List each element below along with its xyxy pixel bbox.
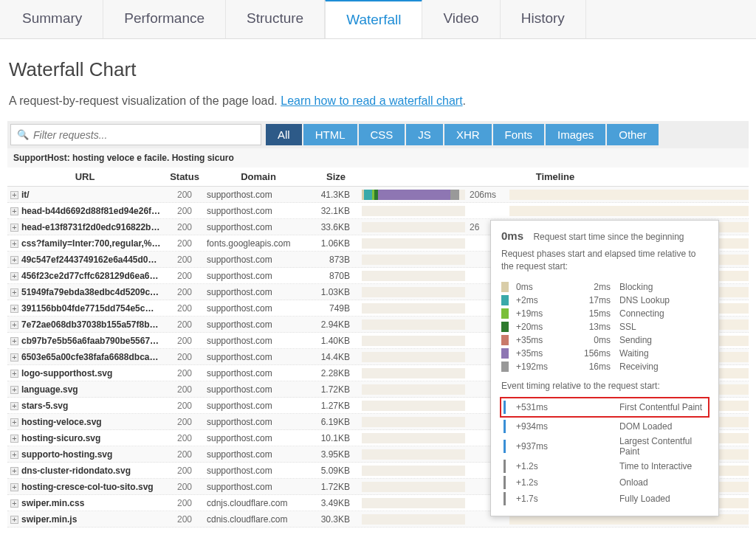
cell-bar — [362, 222, 465, 232]
col-url[interactable]: URL — [7, 171, 162, 182]
cell-bar — [362, 336, 465, 346]
subtitle-text: A request-by-request visualization of th… — [9, 94, 281, 107]
cell-bar — [362, 238, 465, 249]
expand-icon[interactable]: + — [10, 305, 18, 313]
chip-fonts[interactable]: Fonts — [493, 124, 545, 145]
chip-xhr[interactable]: XHR — [444, 124, 492, 145]
expand-icon[interactable]: + — [10, 256, 18, 264]
chip-html[interactable]: HTML — [303, 124, 357, 145]
phase-label: Connecting — [619, 308, 708, 319]
expand-icon[interactable]: + — [10, 321, 18, 329]
cell-bar — [362, 433, 465, 443]
cell-size: 14.4KB — [310, 352, 362, 362]
event-row: +934msDOM Loaded — [501, 418, 708, 435]
expand-icon[interactable]: + — [10, 483, 18, 491]
expand-icon[interactable]: + — [10, 191, 18, 199]
cell-domain: supporthost.com — [207, 287, 310, 297]
tab-video[interactable]: Video — [422, 0, 500, 38]
cell-domain: supporthost.com — [207, 401, 310, 411]
expand-icon[interactable]: + — [10, 272, 18, 280]
col-domain[interactable]: Domain — [207, 171, 310, 182]
chip-js[interactable]: JS — [406, 124, 443, 145]
cell-status: 200 — [162, 433, 207, 443]
expand-icon[interactable]: + — [10, 467, 18, 475]
event-label: Onload — [619, 477, 708, 488]
cell-status: 200 — [162, 514, 207, 525]
col-size[interactable]: Size — [310, 171, 362, 182]
cell-url: +supporto-hosting.svg — [7, 449, 162, 460]
chip-images[interactable]: Images — [546, 124, 605, 145]
table-row[interactable]: +it/200supporthost.com41.3KB206ms — [7, 187, 749, 203]
col-status[interactable]: Status — [162, 171, 207, 182]
popup-header: 0ms Request start time since the beginni… — [501, 229, 708, 242]
expand-icon[interactable]: + — [10, 418, 18, 426]
cell-url: +head-e13f8731f2d0edc916822b… — [7, 222, 162, 232]
search-icon: 🔍 — [17, 129, 29, 140]
event-marker — [504, 440, 506, 453]
cell-size: 873B — [310, 255, 362, 265]
event-marker — [504, 476, 506, 489]
cell-size: 10.1KB — [310, 433, 362, 443]
cell-status: 200 — [162, 466, 207, 476]
phase-swatch — [501, 335, 509, 345]
event-row: +1.2sTime to Interactive — [501, 458, 708, 474]
expand-icon[interactable]: + — [10, 337, 18, 345]
cell-status: 200 — [162, 303, 207, 314]
tab-waterfall[interactable]: Waterfall — [325, 0, 422, 38]
expand-icon[interactable]: + — [10, 499, 18, 508]
cell-status: 200 — [162, 498, 207, 508]
col-timeline[interactable]: Timeline — [362, 171, 749, 182]
cell-domain: supporthost.com — [207, 190, 310, 200]
cell-status: 200 — [162, 352, 207, 362]
cell-status: 200 — [162, 287, 207, 297]
phase-start: +2ms — [516, 295, 575, 305]
expand-icon[interactable]: + — [10, 207, 18, 215]
chip-all[interactable]: All — [266, 124, 302, 145]
expand-icon[interactable]: + — [10, 451, 18, 459]
expand-icon[interactable]: + — [10, 435, 18, 443]
phase-row: +192ms16msReceiving — [501, 360, 708, 373]
page-title-row: SupportHost: hosting veloce e facile. Ho… — [7, 148, 749, 167]
phase-swatch — [501, 282, 509, 292]
cell-bar — [362, 514, 465, 525]
cell-domain: cdnjs.cloudflare.com — [207, 498, 310, 508]
tab-history[interactable]: History — [501, 0, 586, 38]
cell-status: 200 — [162, 319, 207, 330]
filter-box[interactable]: 🔍 — [10, 124, 261, 145]
cell-bar — [362, 271, 465, 281]
phase-elapsed: 13ms — [575, 322, 619, 332]
expand-icon[interactable]: + — [10, 288, 18, 297]
chip-css[interactable]: CSS — [359, 124, 405, 145]
expand-icon[interactable]: + — [10, 240, 18, 248]
chip-other[interactable]: Other — [607, 124, 659, 145]
tab-summary[interactable]: Summary — [0, 0, 103, 38]
popup-phases-label: Request phases start and elapsed time re… — [501, 248, 708, 273]
cell-size: 33.6KB — [310, 222, 362, 232]
cell-url: +hosting-veloce.svg — [7, 417, 162, 427]
event-row: +937msLargest Contentful Paint — [501, 435, 708, 458]
event-label: Largest Contentful Paint — [619, 436, 708, 457]
bar-seg-wait — [378, 190, 450, 200]
phase-swatch — [501, 295, 509, 305]
expand-icon[interactable]: + — [10, 370, 18, 378]
phase-label: Receiving — [619, 362, 708, 372]
expand-icon[interactable]: + — [10, 402, 18, 410]
expand-icon[interactable]: + — [10, 224, 18, 232]
cell-size: 870B — [310, 271, 362, 281]
bar-seg-dns — [364, 190, 372, 200]
expand-icon[interactable]: + — [10, 516, 18, 524]
table-header: URL Status Domain Size Timeline — [7, 167, 749, 187]
popup-events-label: Event timing relative to the request sta… — [501, 381, 708, 391]
filter-input[interactable] — [33, 129, 255, 141]
expand-icon[interactable]: + — [10, 386, 18, 394]
phase-elapsed: 156ms — [575, 348, 619, 359]
cell-status: 200 — [162, 336, 207, 346]
expand-icon[interactable]: + — [10, 353, 18, 362]
cell-status: 200 — [162, 206, 207, 216]
cell-size: 749B — [310, 303, 362, 314]
learn-link[interactable]: Learn how to read a waterfall chart — [281, 94, 462, 107]
tab-structure[interactable]: Structure — [226, 0, 325, 38]
phase-swatch — [501, 362, 509, 372]
table-row[interactable]: +head-b44d6692d88f81ed94e26f…200supporth… — [7, 203, 749, 219]
tab-performance[interactable]: Performance — [103, 0, 226, 38]
